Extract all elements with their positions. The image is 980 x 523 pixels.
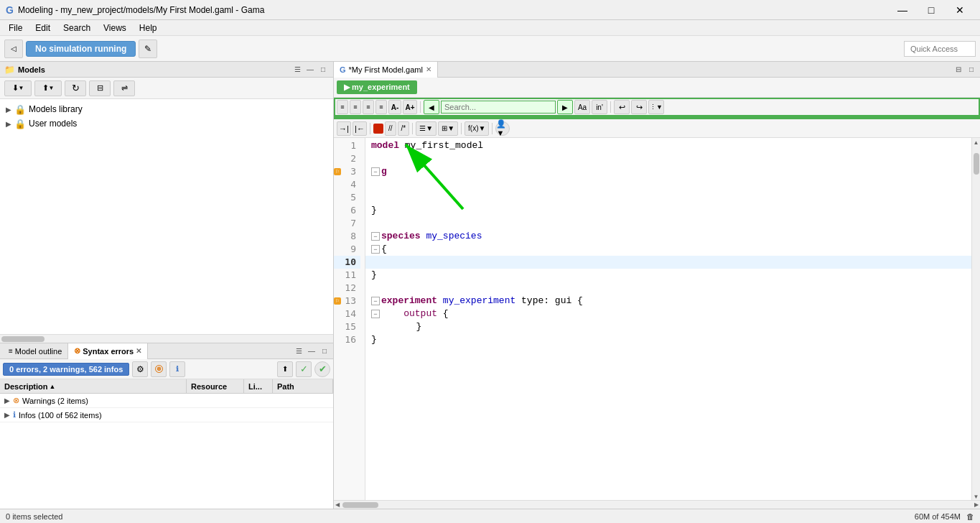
infos-expand[interactable]: ▶ ℹ Infos (100 of 562 items) bbox=[0, 410, 187, 420]
fold-9[interactable]: − bbox=[371, 245, 380, 254]
models-panel-header: 📁 Models ☰ — □ bbox=[0, 62, 333, 78]
upload-btn[interactable]: ⬆▼ bbox=[34, 80, 62, 96]
tree-item-user-models[interactable]: ▶ 🔒 User models bbox=[0, 116, 333, 131]
trash-icon[interactable]: 🗑 bbox=[966, 512, 974, 521]
quick-access-input[interactable] bbox=[904, 41, 976, 57]
maximize-button[interactable]: □ bbox=[917, 0, 946, 20]
tree-label-user-models: User models bbox=[29, 119, 77, 129]
undo-btn[interactable]: ↩ bbox=[614, 100, 630, 114]
format-btn-4[interactable]: ≡ bbox=[375, 100, 387, 114]
models-hscrollbar[interactable] bbox=[0, 334, 333, 343]
function-btn[interactable]: f(x)▼ bbox=[465, 121, 489, 136]
models-maximize-button[interactable]: □ bbox=[317, 64, 329, 75]
infos-arrow[interactable]: ▶ bbox=[4, 411, 10, 419]
find-input[interactable] bbox=[441, 101, 556, 114]
tab-model-outline[interactable]: ≡ Model outline bbox=[3, 343, 68, 359]
info-icon: ℹ bbox=[13, 410, 16, 420]
clear-button[interactable]: ✎ bbox=[139, 40, 157, 58]
bottom-minimize[interactable]: — bbox=[306, 346, 317, 357]
format-btn-3[interactable]: ≡ bbox=[363, 100, 374, 114]
bottom-maximize[interactable]: □ bbox=[319, 346, 330, 357]
tree-item-models-library[interactable]: ▶ 🔒 Models library bbox=[0, 102, 333, 116]
models-hscroll-thumb[interactable] bbox=[1, 336, 45, 342]
menu-views[interactable]: Views bbox=[98, 22, 132, 34]
minimize-button[interactable]: — bbox=[888, 0, 917, 20]
col-path[interactable]: Path bbox=[273, 379, 333, 393]
menu-file[interactable]: File bbox=[3, 22, 28, 34]
col-resource[interactable]: Resource bbox=[187, 379, 244, 393]
indent-btn[interactable]: →| bbox=[337, 121, 351, 136]
find-next-btn[interactable]: ▶ bbox=[557, 100, 573, 114]
menu-search[interactable]: Search bbox=[57, 22, 96, 34]
error-row-warnings[interactable]: ▶ ⊗ Warnings (2 items) bbox=[0, 394, 333, 408]
editor-hscrollbar[interactable]: ◀ ▶ bbox=[334, 500, 980, 509]
font-smaller-btn[interactable]: A- bbox=[388, 100, 401, 114]
font-larger-btn[interactable]: A+ bbox=[403, 100, 417, 114]
comment-single-btn[interactable]: // bbox=[385, 121, 396, 136]
statusbar-selection: 0 items selected bbox=[6, 512, 909, 521]
code-area[interactable]: model my_first_model −g } bbox=[365, 138, 971, 500]
close-button[interactable]: ✕ bbox=[946, 0, 974, 20]
expand-btn[interactable]: ⊞▼ bbox=[438, 121, 458, 136]
error-row-infos[interactable]: ▶ ℹ Infos (100 of 562 items) bbox=[0, 408, 333, 422]
folder-icon-models-library: 🔒 bbox=[14, 104, 26, 115]
vsb-down-arrow[interactable]: ▼ bbox=[974, 494, 979, 500]
menu-edit[interactable]: Edit bbox=[29, 22, 56, 34]
hsb-thumb[interactable] bbox=[342, 502, 378, 508]
fold-8[interactable]: − bbox=[371, 232, 380, 241]
models-minimize-button[interactable]: — bbox=[304, 64, 316, 75]
errors-table: Description ▲ Resource Li... Path ▶ ⊗ Wa… bbox=[0, 379, 333, 509]
editor-tab-close[interactable]: ✕ bbox=[426, 65, 431, 73]
col-description[interactable]: Description ▲ bbox=[0, 379, 187, 393]
errors-info-btn[interactable]: ℹ bbox=[169, 361, 185, 377]
template-btn[interactable]: ☰▼ bbox=[416, 121, 437, 136]
red-square-btn[interactable] bbox=[373, 124, 383, 134]
format-btn-2[interactable]: ≡ bbox=[350, 100, 361, 114]
user-btn[interactable]: 👤▼ bbox=[495, 121, 510, 136]
fold-14[interactable]: − bbox=[371, 310, 380, 318]
titlebar-controls[interactable]: — □ ✕ bbox=[888, 0, 974, 20]
back-button[interactable]: ◁ bbox=[4, 40, 23, 58]
fold-3[interactable]: − bbox=[371, 167, 380, 176]
col-line[interactable]: Li... bbox=[244, 379, 273, 393]
find-prev-btn[interactable]: ◀ bbox=[424, 100, 439, 114]
ln-13: 13⚐ bbox=[334, 295, 360, 307]
refresh-btn[interactable]: ↻ bbox=[65, 80, 86, 96]
editor-vscrollbar[interactable]: ▲ ▼ bbox=[971, 138, 980, 500]
menu-btn[interactable]: ⋮▼ bbox=[648, 100, 664, 114]
bottom-view-menu[interactable]: ☰ bbox=[293, 346, 304, 357]
errors-export-btn[interactable]: ⬆ bbox=[277, 361, 293, 377]
run-experiment-button[interactable]: ▶ my_experiment bbox=[337, 80, 417, 94]
collapse-btn[interactable]: ⊟ bbox=[89, 80, 111, 96]
unindent-btn[interactable]: |← bbox=[353, 121, 367, 136]
whole-word-btn[interactable]: in' bbox=[592, 100, 607, 114]
punct-9: { bbox=[381, 243, 387, 256]
vsb-thumb[interactable] bbox=[974, 153, 979, 175]
hsb-left-arrow[interactable]: ◀ bbox=[334, 501, 341, 508]
errors-check1-btn[interactable]: ✓ bbox=[296, 361, 312, 377]
models-folder-icon: 📁 bbox=[4, 65, 15, 75]
editor-tab-main[interactable]: G *My First Model.gaml ✕ bbox=[334, 62, 438, 78]
editor-maximize[interactable]: □ bbox=[966, 64, 977, 75]
editor-view-menu[interactable]: ⊟ bbox=[953, 64, 964, 75]
match-case-btn[interactable]: Aa bbox=[574, 100, 590, 114]
syntax-errors-close[interactable]: ✕ bbox=[136, 347, 141, 355]
warnings-expand[interactable]: ▶ ⊗ Warnings (2 items) bbox=[0, 396, 187, 405]
hsb-right-arrow[interactable]: ▶ bbox=[973, 501, 980, 508]
link-btn[interactable]: ⇌ bbox=[113, 80, 135, 96]
vsb-up-arrow[interactable]: ▲ bbox=[974, 139, 979, 146]
comment-multi-btn[interactable]: /* bbox=[398, 121, 410, 136]
warnings-arrow[interactable]: ▶ bbox=[4, 397, 10, 404]
tab-syntax-errors[interactable]: ⊗ Syntax errors ✕ bbox=[68, 343, 148, 359]
errors-check2-btn[interactable]: ✔ bbox=[314, 361, 330, 377]
models-view-menu-button[interactable]: ☰ bbox=[291, 64, 303, 75]
redo-btn[interactable]: ↪ bbox=[631, 100, 647, 114]
menu-help[interactable]: Help bbox=[134, 22, 163, 34]
errors-settings-btn[interactable]: ⚙ bbox=[132, 361, 148, 377]
errors-filter-btn[interactable]: ⊗ bbox=[151, 361, 167, 377]
download-btn[interactable]: ⬇▼ bbox=[4, 80, 32, 96]
fold-13[interactable]: − bbox=[371, 297, 380, 305]
format-btn-1[interactable]: ≡ bbox=[337, 100, 348, 114]
infos-label: Infos (100 of 562 items) bbox=[19, 411, 102, 420]
simulation-status[interactable]: No simulation running bbox=[26, 41, 136, 57]
